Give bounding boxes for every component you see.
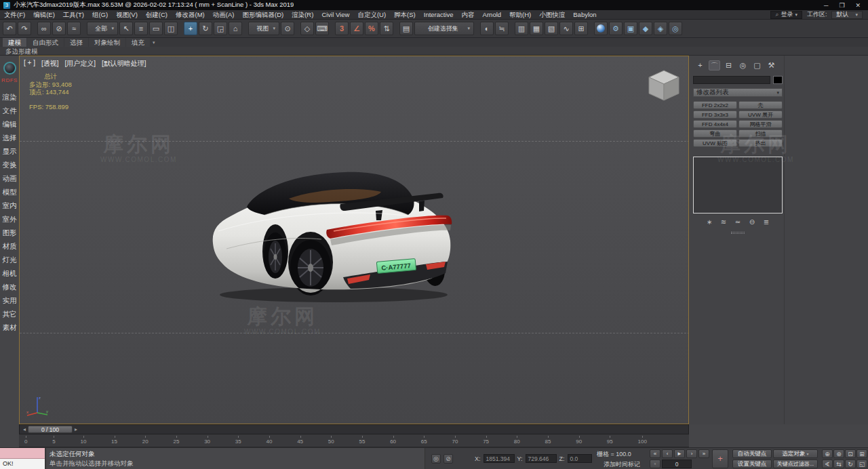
rendered-frame-icon[interactable]: ▣ ▾ — [624, 22, 637, 35]
modifier-list-dropdown[interactable]: 修改器列表 ▾ — [693, 88, 783, 97]
sign-in-button[interactable]: ⌕ 登录 ▾ — [770, 11, 802, 19]
remove-modifier-icon[interactable]: ⊖ — [748, 218, 757, 226]
previous-frame-button[interactable]: ‹ — [662, 449, 673, 458]
key-filters-button[interactable]: 关键点过滤器... — [773, 460, 818, 468]
viewport-label[interactable]: [用户定义] — [65, 59, 96, 68]
material-editor-icon[interactable]: ▾ — [594, 22, 608, 35]
menu-item[interactable]: 内容 — [458, 10, 479, 20]
toolbar-button[interactable]: ▾ — [330, 22, 334, 35]
left-toolbar-item[interactable]: 材质 — [3, 239, 17, 253]
left-toolbar-item[interactable]: 室内 — [3, 199, 17, 212]
ribbon-tab[interactable]: 对象绘制 — [89, 38, 125, 47]
menu-item[interactable]: 视图(V) — [112, 10, 142, 20]
select-link-icon[interactable]: ∞ ▾ — [37, 22, 51, 35]
modify-tab-icon[interactable]: ⌒ — [709, 60, 720, 70]
menu-item[interactable]: 渲染(R) — [288, 10, 317, 20]
pan-icon[interactable]: ⇆ — [833, 460, 844, 468]
ribbon-section-label[interactable]: 多边形建模 — [0, 47, 38, 55]
redo-icon[interactable]: ↷ ▾ — [18, 22, 31, 35]
modifier-stack[interactable] — [693, 157, 783, 213]
viewport-label[interactable]: [透视] — [41, 59, 59, 68]
time-slider-handle[interactable]: 0 / 100 — [28, 426, 73, 433]
modifier-preset-button[interactable]: 扫描 — [738, 129, 783, 138]
select-manipulate-icon[interactable]: ◇ ▾ — [300, 22, 314, 35]
ribbon-tab[interactable]: 自由形式 — [27, 38, 64, 47]
selection-lock-icon[interactable]: ⊘ — [443, 454, 453, 464]
left-toolbar-item[interactable]: 素材 — [3, 321, 17, 334]
left-toolbar-item[interactable]: 实用 — [3, 293, 17, 307]
close-button[interactable]: ✕ — [855, 2, 861, 9]
set-keys-button[interactable]: 设置关键点 — [732, 460, 772, 468]
curve-editor-icon[interactable]: ∿ ▾ — [559, 22, 573, 35]
select-scale-icon[interactable]: ◲ ▾ — [214, 22, 227, 35]
selection-set-dropdown[interactable]: 选定对象▾ — [773, 449, 818, 458]
menu-item[interactable]: 工具(T) — [59, 10, 88, 20]
render-setup-icon[interactable]: ⚙ ▾ — [609, 22, 623, 35]
left-toolbar-item[interactable]: 相机 — [3, 266, 17, 280]
modifier-preset-button[interactable]: UVW 贴图 — [693, 139, 737, 147]
left-toolbar-item[interactable]: 模型 — [3, 185, 17, 199]
schematic-view-icon[interactable]: ⊞ ▾ — [574, 22, 588, 35]
left-toolbar-item[interactable]: 灯光 — [3, 253, 17, 266]
ribbon-toggle-icon[interactable]: ▧ ▾ — [545, 22, 558, 35]
left-toolbar-item[interactable]: 编辑 — [3, 117, 17, 131]
use-pivot-center-icon[interactable]: ⊙ ▾ — [281, 22, 294, 35]
plugin-logo-icon[interactable] — [3, 62, 16, 75]
menu-item[interactable]: 自定义(U) — [353, 10, 390, 20]
listener-field[interactable]: OK! — [0, 459, 45, 469]
ribbon-tab[interactable]: 建模 — [3, 38, 26, 47]
field-of-view-icon[interactable]: ∢ — [822, 460, 833, 468]
menu-item[interactable]: 图形编辑器(D) — [238, 10, 288, 20]
unlink-icon[interactable]: ⊘ ▾ — [52, 22, 66, 35]
viewport-label[interactable]: [ + ] — [24, 59, 35, 68]
add-time-tag[interactable]: 添加时间标记 — [604, 460, 640, 469]
next-frame-button[interactable]: › — [686, 449, 697, 458]
go-to-end-button[interactable]: » — [698, 449, 709, 458]
reference-coordinate-dropdown[interactable]: 视图 ▾ — [248, 22, 279, 35]
scene-explorer-icon[interactable]: ▥ ▾ — [515, 22, 528, 35]
render-iray-icon[interactable]: ◈ ▾ — [654, 22, 667, 35]
key-mode-toggle[interactable]: ◦ — [650, 460, 660, 468]
render-quick-icon[interactable]: ◎ ▾ — [669, 22, 682, 35]
render-production-icon[interactable]: ◆ ▾ — [639, 22, 652, 35]
create-tab-icon[interactable]: + — [694, 60, 706, 70]
zoom-extents-all-icon[interactable]: ⊞ — [856, 449, 867, 458]
display-tab-icon[interactable]: ▢ — [751, 60, 763, 70]
zoom-icon[interactable]: ⊕ — [822, 449, 833, 458]
modifier-preset-button[interactable]: FFD 2x2x2 — [693, 101, 737, 109]
menu-item[interactable]: 组(G) — [88, 10, 112, 20]
menu-item[interactable]: 文件(F) — [0, 10, 29, 20]
left-toolbar-item[interactable]: 其它 — [3, 307, 17, 321]
isolate-selection-icon[interactable]: ◎ — [431, 454, 441, 464]
toolbar-button[interactable]: ▾ — [589, 22, 593, 35]
modifier-preset-button[interactable]: 网格平滑 — [738, 120, 783, 128]
current-frame-field[interactable]: 0 — [662, 460, 692, 468]
edit-named-selections-icon[interactable]: ▤ ▾ — [399, 22, 413, 35]
left-toolbar-item[interactable]: 显示 — [3, 144, 17, 158]
undo-icon[interactable]: ↶ ▾ — [3, 22, 16, 35]
rollout-splitter[interactable] — [731, 232, 745, 234]
motion-tab-icon[interactable]: ◎ — [737, 60, 749, 70]
left-toolbar-item[interactable]: 室外 — [3, 212, 17, 226]
macro-recorder-field[interactable] — [0, 448, 45, 459]
layer-explorer-icon[interactable]: ▦ ▾ — [530, 22, 543, 35]
left-toolbar-item[interactable]: 动画 — [3, 171, 17, 185]
menu-item[interactable]: 脚本(S) — [390, 10, 420, 20]
modifier-preset-button[interactable]: 挤出 — [738, 139, 783, 147]
set-key-button[interactable]: + — [712, 449, 728, 468]
zoom-extents-icon[interactable]: ⊡ — [845, 449, 856, 458]
toolbar-button[interactable]: ▾ — [179, 22, 182, 35]
menu-item[interactable]: 创建(C) — [142, 10, 172, 20]
toolbar-button[interactable]: ▾ — [33, 22, 36, 35]
left-toolbar-item[interactable]: 变换 — [3, 158, 17, 171]
menu-item[interactable]: Arnold — [479, 10, 505, 20]
toolbar-button[interactable]: ▾ — [243, 22, 247, 35]
utilities-tab-icon[interactable]: ⚒ — [766, 60, 777, 70]
named-selection-dropdown[interactable]: 创建选择集 ▾ — [414, 22, 474, 35]
ribbon-tab[interactable]: 填充 — [126, 38, 150, 47]
left-toolbar-item[interactable]: 渲染 — [3, 90, 17, 104]
show-end-result-icon[interactable]: ≋ — [719, 218, 728, 226]
hierarchy-tab-icon[interactable]: ⊟ — [723, 60, 734, 70]
align-icon[interactable]: ≒ ▾ — [495, 22, 509, 35]
next-frame-arrow[interactable]: ▸ — [73, 426, 79, 432]
